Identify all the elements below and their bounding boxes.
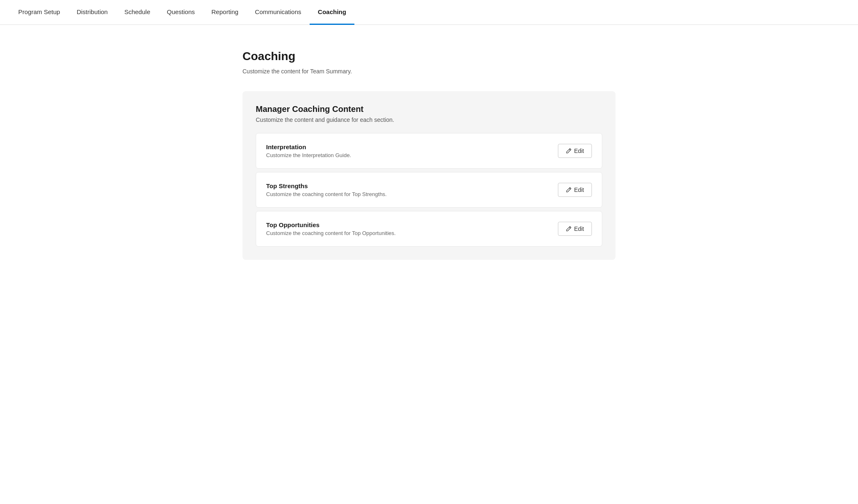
- edit-label-interpretation: Edit: [574, 148, 584, 154]
- edit-button-top-strengths[interactable]: Edit: [558, 183, 592, 197]
- card-title-interpretation: Interpretation: [266, 143, 351, 150]
- top-navigation: Program SetupDistributionScheduleQuestio…: [0, 0, 858, 25]
- nav-item-program-setup[interactable]: Program Setup: [10, 0, 68, 25]
- card-title-top-strengths: Top Strengths: [266, 182, 387, 189]
- content-card-top-strengths: Top StrengthsCustomize the coaching cont…: [256, 172, 602, 208]
- card-description-interpretation: Customize the Interpretation Guide.: [266, 152, 351, 158]
- card-text-top-strengths: Top StrengthsCustomize the coaching cont…: [266, 182, 387, 197]
- coaching-section: Manager Coaching Content Customize the c…: [242, 91, 616, 260]
- nav-item-coaching[interactable]: Coaching: [310, 0, 354, 25]
- content-card-interpretation: InterpretationCustomize the Interpretati…: [256, 133, 602, 169]
- pencil-icon: [566, 148, 572, 154]
- edit-label-top-opportunities: Edit: [574, 225, 584, 232]
- pencil-icon: [566, 187, 572, 193]
- page-header: Coaching Customize the content for Team …: [242, 50, 616, 75]
- edit-button-top-opportunities[interactable]: Edit: [558, 222, 592, 236]
- section-subtitle: Customize the content and guidance for e…: [256, 116, 602, 123]
- card-description-top-strengths: Customize the coaching content for Top S…: [266, 191, 387, 197]
- main-content: Coaching Customize the content for Team …: [139, 25, 719, 276]
- nav-item-reporting[interactable]: Reporting: [203, 0, 247, 25]
- cards-container: InterpretationCustomize the Interpretati…: [256, 133, 602, 247]
- edit-button-interpretation[interactable]: Edit: [558, 144, 592, 158]
- section-title: Manager Coaching Content: [256, 104, 602, 114]
- card-description-top-opportunities: Customize the coaching content for Top O…: [266, 230, 396, 236]
- page-subtitle: Customize the content for Team Summary.: [242, 68, 616, 75]
- card-title-top-opportunities: Top Opportunities: [266, 221, 396, 228]
- nav-item-communications[interactable]: Communications: [247, 0, 310, 25]
- content-card-top-opportunities: Top OpportunitiesCustomize the coaching …: [256, 211, 602, 247]
- page-title: Coaching: [242, 50, 616, 63]
- card-text-interpretation: InterpretationCustomize the Interpretati…: [266, 143, 351, 158]
- nav-item-questions[interactable]: Questions: [158, 0, 203, 25]
- nav-item-schedule[interactable]: Schedule: [116, 0, 159, 25]
- edit-label-top-strengths: Edit: [574, 187, 584, 193]
- pencil-icon: [566, 226, 572, 232]
- card-text-top-opportunities: Top OpportunitiesCustomize the coaching …: [266, 221, 396, 236]
- nav-item-distribution[interactable]: Distribution: [68, 0, 116, 25]
